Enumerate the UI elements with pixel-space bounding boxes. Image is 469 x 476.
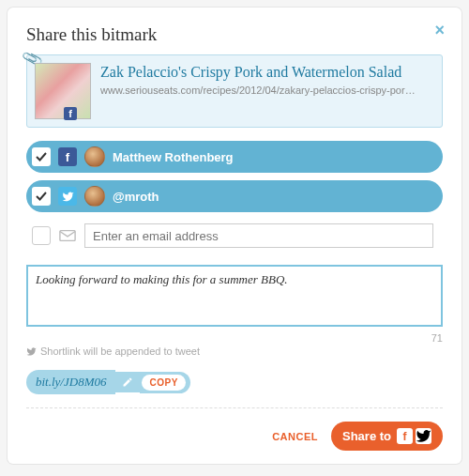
- check-icon: [36, 191, 47, 202]
- close-button[interactable]: ×: [434, 21, 445, 40]
- pencil-icon: [122, 376, 133, 388]
- svg-rect-0: [60, 231, 75, 241]
- bitmark-thumbnail: f: [35, 63, 91, 119]
- avatar: [84, 186, 105, 207]
- recipient-name: Matthew Rothenberg: [113, 150, 234, 164]
- bitmark-card: 📎 f Zak Pelaccio's Crispy Pork and Water…: [26, 54, 443, 128]
- shortlink-url[interactable]: bit.ly/JD8M06: [26, 370, 115, 394]
- cancel-button[interactable]: CANCEL: [272, 431, 318, 442]
- twitter-icon: [416, 428, 431, 444]
- recipient-name: @mroth: [113, 190, 159, 204]
- recipient-row-facebook[interactable]: f Matthew Rothenberg: [26, 141, 443, 173]
- email-icon: [58, 226, 77, 245]
- recipient-checkbox[interactable]: [32, 147, 51, 166]
- facebook-icon: f: [58, 147, 77, 166]
- edit-shortlink-button[interactable]: [115, 372, 140, 392]
- bitmark-url: www.seriouseats.com/recipes/2012/04/zaka…: [100, 84, 434, 96]
- avatar: [84, 146, 105, 167]
- check-icon: [36, 151, 47, 162]
- bitmark-title[interactable]: Zak Pelaccio's Crispy Pork and Watermelo…: [100, 63, 434, 82]
- message-textarea[interactable]: [26, 265, 443, 327]
- recipient-checkbox[interactable]: [32, 187, 51, 206]
- share-dialog: × Share this bitmark 📎 f Zak Pelaccio's …: [8, 8, 461, 464]
- recipient-row-twitter[interactable]: @mroth: [26, 180, 443, 212]
- dialog-title: Share this bitmark: [26, 24, 443, 45]
- facebook-badge-icon: f: [64, 107, 77, 120]
- share-button[interactable]: Share to f: [331, 422, 443, 451]
- email-field[interactable]: [84, 223, 433, 248]
- copy-button[interactable]: COPY: [140, 372, 189, 393]
- recipient-checkbox[interactable]: [32, 226, 51, 245]
- divider: [26, 407, 443, 408]
- twitter-icon: [58, 187, 77, 206]
- recipient-row-email: [26, 220, 443, 252]
- char-counter: 71: [26, 332, 443, 344]
- shortlink-hint: Shortlink will be appended to tweet: [26, 345, 443, 357]
- shortlink-row: bit.ly/JD8M06 COPY: [26, 370, 443, 394]
- dialog-actions: CANCEL Share to f: [26, 422, 443, 451]
- twitter-icon: [26, 346, 37, 357]
- facebook-icon: f: [397, 428, 413, 444]
